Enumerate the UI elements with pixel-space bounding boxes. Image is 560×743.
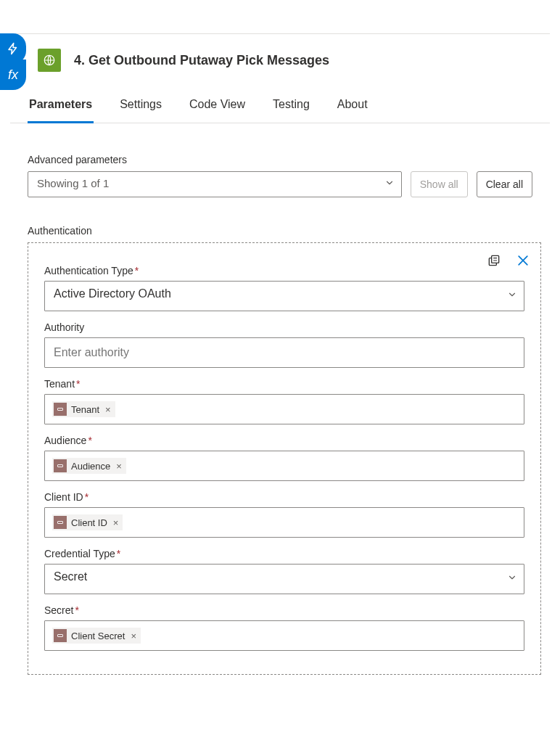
field-authority: Authority (44, 321, 524, 368)
auth-panel: Authentication Type* Active Directory OA… (28, 242, 541, 675)
label-client-id: Client ID* (44, 491, 524, 503)
show-all-button: Show all (411, 171, 468, 197)
svg-rect-4 (58, 522, 63, 524)
advanced-heading: Advanced parameters (28, 154, 532, 165)
label-secret: Secret* (44, 604, 524, 616)
auth-type-select[interactable]: Active Directory OAuth (44, 281, 524, 311)
secret-input[interactable]: Client Secret × (44, 620, 524, 651)
token-label: Audience (71, 461, 110, 472)
step-title: 4. Get Outbound Putaway Pick Messages (74, 53, 329, 68)
token-remove-icon[interactable]: × (116, 461, 122, 472)
tab-code-view[interactable]: Code View (188, 91, 247, 123)
label-auth-type: Authentication Type* (44, 265, 524, 276)
token-label: Client Secret (71, 631, 125, 641)
connector-icon (38, 49, 61, 72)
field-auth-type: Authentication Type* Active Directory OA… (44, 265, 524, 311)
action-tab-fx[interactable]: fx (0, 59, 26, 90)
side-tab-stack: fx (0, 33, 26, 86)
parameter-icon (54, 629, 67, 642)
advanced-section: Advanced parameters Showing 1 of 1 Show … (10, 123, 550, 205)
field-tenant: Tenant* Tenant × (44, 378, 524, 424)
audience-token[interactable]: Audience × (52, 458, 126, 474)
clear-all-button[interactable]: Clear all (477, 171, 532, 197)
lightning-icon (7, 42, 20, 55)
token-label: Tenant (71, 404, 99, 415)
label-credential-type: Credential Type* (44, 548, 524, 559)
svg-rect-1 (492, 255, 499, 263)
svg-rect-2 (58, 409, 63, 411)
parameter-icon (54, 403, 67, 416)
client-id-token[interactable]: Client ID × (52, 514, 123, 530)
field-audience: Audience* Audience × (44, 435, 524, 481)
token-label: Client ID (71, 517, 107, 528)
parameter-icon (54, 459, 67, 472)
tab-bar: Parameters Settings Code View Testing Ab… (10, 91, 550, 123)
label-authority: Authority (44, 321, 524, 333)
tab-about[interactable]: About (336, 91, 369, 123)
globe-icon (43, 54, 56, 67)
advanced-row: Showing 1 of 1 Show all Clear all (28, 171, 532, 197)
tab-parameters[interactable]: Parameters (28, 91, 94, 123)
designer-panel: fx 4. Get Outbound Putaway Pick Messages… (0, 33, 560, 704)
close-icon[interactable] (516, 253, 530, 268)
token-remove-icon[interactable]: × (131, 631, 136, 641)
tenant-token[interactable]: Tenant × (52, 401, 115, 417)
field-client-id: Client ID* Client ID × (44, 491, 524, 538)
tab-settings[interactable]: Settings (118, 91, 163, 123)
toggle-token-picker-icon[interactable] (487, 253, 501, 268)
token-remove-icon[interactable]: × (113, 517, 119, 528)
label-audience: Audience* (44, 435, 524, 446)
parameter-icon (54, 516, 67, 529)
tenant-input[interactable]: Tenant × (44, 394, 524, 424)
fx-icon: fx (8, 67, 18, 83)
token-remove-icon[interactable]: × (105, 404, 111, 415)
credential-type-select[interactable]: Secret (44, 564, 524, 594)
field-credential-type: Credential Type* Secret (44, 548, 524, 594)
auth-section-label: Authentication (28, 225, 550, 237)
svg-rect-5 (58, 635, 63, 637)
authority-input[interactable] (44, 337, 524, 368)
advanced-select-wrap: Showing 1 of 1 (28, 171, 402, 197)
secret-token[interactable]: Client Secret × (52, 628, 141, 644)
label-tenant: Tenant* (44, 378, 524, 390)
field-secret: Secret* Client Secret × (44, 604, 524, 651)
advanced-select[interactable]: Showing 1 of 1 (28, 171, 402, 197)
panel-toolbar (487, 253, 530, 268)
client-id-input[interactable]: Client ID × (44, 507, 524, 538)
tab-testing[interactable]: Testing (271, 91, 311, 123)
step-header: 4. Get Outbound Putaway Pick Messages (10, 34, 550, 91)
audience-input[interactable]: Audience × (44, 451, 524, 481)
svg-rect-3 (58, 465, 63, 467)
